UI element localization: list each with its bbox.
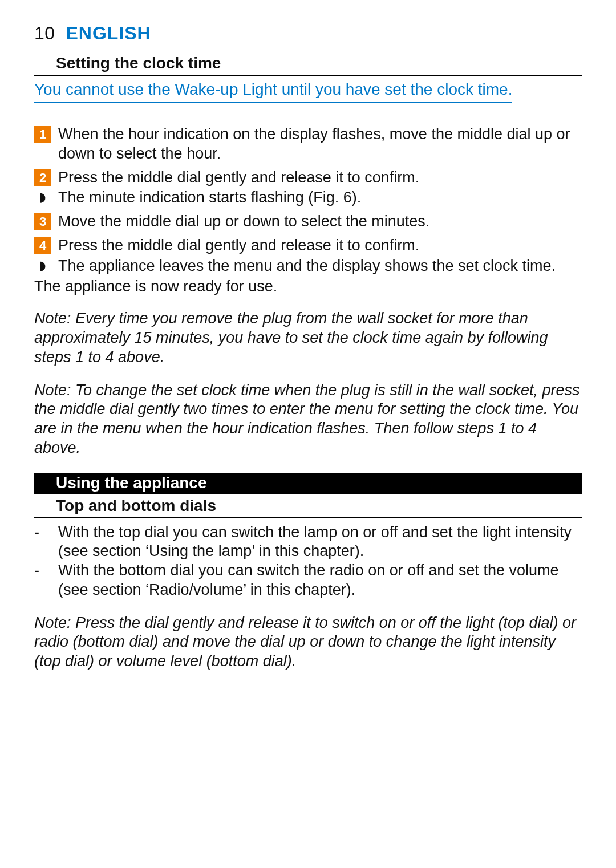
result-text: The minute indication starts flashing (F…	[58, 188, 582, 208]
language-label: ENGLISH	[66, 23, 151, 43]
section-heading-dials: Top and bottom dials	[34, 497, 582, 518]
dash-bullet: -	[34, 523, 51, 542]
page-header: 10 ENGLISH	[34, 23, 582, 44]
manual-page: 10 ENGLISH Setting the clock time You ca…	[0, 0, 616, 868]
step-2: 2 Press the middle dial gently and relea…	[34, 168, 582, 188]
section-bar-using: Using the appliance	[34, 473, 582, 494]
step-number-badge: 3	[34, 213, 51, 230]
step-text: Press the middle dial gently and release…	[58, 236, 582, 255]
intro-text: You cannot use the Wake-up Light until y…	[34, 80, 512, 103]
ready-text: The appliance is now ready for use.	[34, 278, 582, 295]
list-item-text: With the bottom dial you can switch the …	[58, 561, 582, 600]
page-number: 10	[34, 23, 55, 43]
step-3: 3 Move the middle dial up or down to sel…	[34, 212, 582, 232]
step-number-badge: 2	[34, 169, 51, 186]
dash-bullet: -	[34, 561, 51, 581]
step-number-badge: 1	[34, 126, 51, 143]
result-bullet-icon: ◗	[34, 189, 51, 205]
list-item: - With the top dial you can switch the l…	[34, 523, 582, 562]
list-item: - With the bottom dial you can switch th…	[34, 561, 582, 600]
result-bullet-icon: ◗	[34, 258, 51, 274]
list-item-text: With the top dial you can switch the lam…	[58, 523, 582, 562]
section-heading-clock: Setting the clock time	[34, 54, 582, 76]
step-number-badge: 4	[34, 237, 51, 254]
step-1: 1 When the hour indication on the displa…	[34, 125, 582, 164]
note-2: Note: To change the set clock time when …	[34, 381, 582, 458]
step-text: Move the middle dial up or down to selec…	[58, 212, 582, 232]
step-result: ◗ The appliance leaves the menu and the …	[34, 257, 582, 276]
note-dials: Note: Press the dial gently and release …	[34, 614, 582, 671]
step-result: ◗ The minute indication starts flashing …	[34, 188, 582, 208]
result-text: The appliance leaves the menu and the di…	[58, 257, 582, 276]
step-4: 4 Press the middle dial gently and relea…	[34, 236, 582, 255]
dials-list: - With the top dial you can switch the l…	[34, 523, 582, 600]
note-1: Note: Every time you remove the plug fro…	[34, 309, 582, 367]
step-text: When the hour indication on the display …	[58, 125, 582, 164]
step-text: Press the middle dial gently and release…	[58, 168, 582, 188]
steps-list: 1 When the hour indication on the displa…	[34, 125, 582, 275]
